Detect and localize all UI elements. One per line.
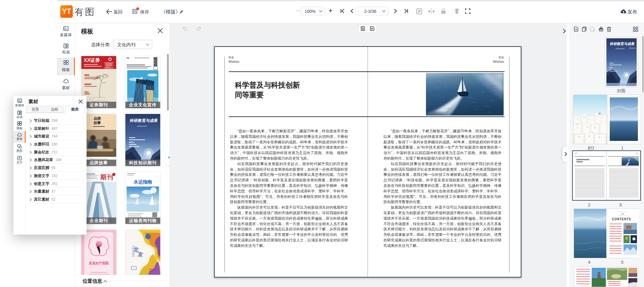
- svg-text:科研教育与成果: 科研教育与成果: [609, 42, 635, 46]
- svg-text:京: 京: [137, 251, 143, 258]
- svg-text:HIGHLIGHT: HIGHLIGHT: [137, 125, 147, 127]
- svg-text:PEKING: PEKING: [131, 246, 135, 257]
- svg-text:科研教育与成果: 科研教育与成果: [129, 118, 158, 123]
- svg-text:HIGHLIGHT: HIGHLIGHT: [616, 48, 625, 50]
